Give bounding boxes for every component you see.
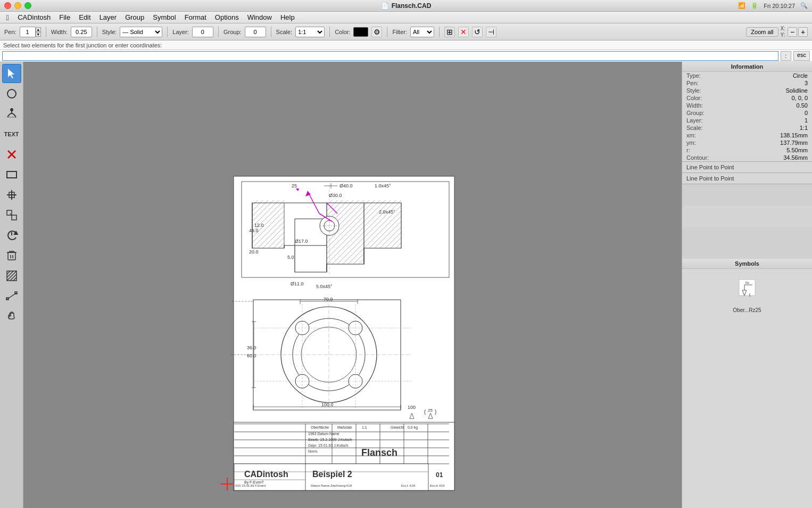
svg-line-21 <box>7 271 13 277</box>
date-time: Fri 20:10:27 <box>764 3 795 9</box>
svg-rect-16 <box>8 252 15 260</box>
pen-input[interactable] <box>20 27 36 37</box>
refresh-btn[interactable]: ↺ <box>472 27 483 37</box>
svg-line-23 <box>10 274 16 281</box>
zoom-in-btn[interactable]: + <box>798 27 808 37</box>
battery-icon: 🔋 <box>751 2 758 9</box>
line-point-label-2: Line Point to Point <box>682 173 812 184</box>
svg-text:01: 01 <box>436 471 443 479</box>
color-label: Color: <box>335 29 350 35</box>
color-swatch[interactable] <box>353 27 368 37</box>
menu-cadintosh[interactable]: CADintosh <box>13 12 55 22</box>
contour-label: Contour: <box>686 154 724 161</box>
filter-select[interactable]: All <box>410 27 434 37</box>
menu-layer[interactable]: Layer <box>95 12 121 22</box>
group-label: Group: <box>223 29 242 35</box>
window-title: 📄 Flansch.CAD <box>381 2 432 10</box>
close-button[interactable] <box>4 2 11 9</box>
menubar:  CADintosh File Edit Layer Group Symbol… <box>0 12 812 23</box>
layer-input[interactable] <box>192 27 213 37</box>
apple-menu[interactable]:  <box>2 13 13 22</box>
svg-text:25: 25 <box>428 408 433 413</box>
menu-file[interactable]: File <box>55 12 74 22</box>
color-info-value: 0, 0, 0 <box>791 95 808 101</box>
svg-text:5.0x45°: 5.0x45° <box>316 284 333 289</box>
rectangle-tool[interactable] <box>2 165 21 184</box>
traffic-lights <box>4 2 31 9</box>
pen-up[interactable]: ▲ <box>36 27 41 32</box>
drawing-svg: Ø40.0 1.0x45° Ø30.0 2.0x45° 25 12.0 45.0… <box>23 62 682 508</box>
svg-point-2 <box>11 109 13 111</box>
x-coord: X: <box>781 26 785 32</box>
pen-spinner[interactable]: ▲ ▼ <box>36 27 41 37</box>
cancel-btn[interactable]: ✕ <box>458 27 469 37</box>
svg-text:5.0: 5.0 <box>287 255 294 260</box>
pen-spinbox: ▲ ▼ <box>20 27 41 37</box>
pointer-tool[interactable] <box>2 64 21 83</box>
menu-group[interactable]: Group <box>121 12 148 22</box>
search-icon[interactable]: 🔍 <box>800 2 808 9</box>
maximize-button[interactable] <box>24 2 31 9</box>
circle-tool[interactable] <box>2 84 21 103</box>
scale-select[interactable]: 1:1 1:2 2:1 <box>295 27 325 37</box>
settings-btn[interactable]: ⚙ <box>371 27 382 37</box>
menu-options[interactable]: Options <box>211 12 243 22</box>
input-confirm-btn[interactable]: : <box>781 51 791 61</box>
menu-window[interactable]: Window <box>243 12 276 22</box>
pen-down[interactable]: ▼ <box>36 32 41 37</box>
svg-text:Ø30.0: Ø30.0 <box>329 193 342 198</box>
xm-value: 138.15mm <box>780 132 808 138</box>
svg-line-20 <box>7 271 10 274</box>
info-row-scale: Scale: 1:1 <box>682 124 812 132</box>
snap-btn[interactable]: ⊞ <box>444 27 455 37</box>
svg-text:70.0: 70.0 <box>324 297 333 302</box>
coordinate-input[interactable] <box>2 51 778 61</box>
cross-tool[interactable] <box>2 185 21 204</box>
svg-text:Gepr. 15.01.93  J.Kutsch: Gepr. 15.01.93 J.Kutsch <box>308 444 348 448</box>
rotate-tool[interactable] <box>2 226 21 245</box>
width-input[interactable] <box>71 27 92 37</box>
minimize-button[interactable] <box>14 2 21 9</box>
svg-rect-10 <box>7 210 12 215</box>
delete-tool[interactable] <box>2 145 21 164</box>
r-label: r: <box>686 147 724 153</box>
line-point-label-1: Line Point to Point <box>682 162 812 173</box>
group-input[interactable] <box>245 27 266 37</box>
arc-tool[interactable] <box>2 104 21 124</box>
trash-tool[interactable] <box>2 246 21 265</box>
pen-info-value: 3 <box>805 80 808 86</box>
scale-label: Scale: <box>276 29 293 35</box>
svg-text:Flansch: Flansch <box>361 447 397 458</box>
menu-edit[interactable]: Edit <box>74 12 95 22</box>
svg-text:Ø11.0: Ø11.0 <box>291 281 304 286</box>
svg-text:Norm.: Norm. <box>308 449 318 453</box>
style-select[interactable]: — Solid --- Dashed ... Dotted <box>120 27 162 37</box>
zoom-all-btn[interactable]: Zoom all <box>746 27 778 37</box>
menu-format[interactable]: Format <box>180 12 211 22</box>
svg-text:1.0x45°: 1.0x45° <box>375 183 391 189</box>
svg-text:0,0 kg: 0,0 kg <box>408 425 418 430</box>
move-copy-tool[interactable] <box>2 206 21 225</box>
left-toolbar: TEXT <box>0 62 23 508</box>
hatch-tool[interactable] <box>2 266 21 285</box>
width-label: Width: <box>51 29 68 35</box>
nav-btn[interactable]: ⊣ <box>486 27 496 37</box>
text-tool[interactable]: TEXT <box>2 125 21 144</box>
pen-label: Pen: <box>4 29 16 35</box>
line-tool[interactable] <box>2 286 21 306</box>
menu-symbol[interactable]: Symbol <box>148 12 180 22</box>
esc-btn[interactable]: esc <box>793 51 810 61</box>
pen-info-label: Pen: <box>686 80 724 86</box>
ym-value: 137.79mm <box>780 140 808 146</box>
canvas-area[interactable]: Ø40.0 1.0x45° Ø30.0 2.0x45° 25 12.0 45.0… <box>23 62 682 508</box>
titlebar: 📄 Flansch.CAD 📶 🔋 Fri 20:10:27 🔍 <box>0 0 812 12</box>
line-point-section-2: Line Point to Point <box>682 173 812 184</box>
sep1 <box>46 27 46 37</box>
wifi-icon: 📶 <box>738 2 745 9</box>
info-section: Information Type: Circle Pen: 3 Style: S… <box>682 62 812 162</box>
zoom-out-btn[interactable]: − <box>788 27 797 37</box>
hand-tool[interactable] <box>2 307 21 326</box>
svg-text:Bearb. 15.2.1999 J.Kutsch: Bearb. 15.2.1999 J.Kutsch <box>308 438 352 441</box>
menu-help[interactable]: Help <box>276 12 299 22</box>
type-label: Type: <box>686 72 724 79</box>
